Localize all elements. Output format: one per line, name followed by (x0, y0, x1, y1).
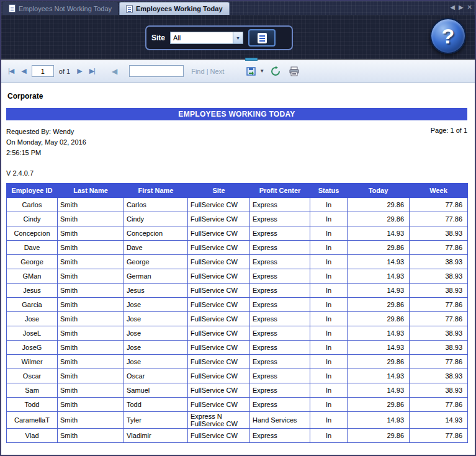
table-cell: 14.93 (348, 341, 410, 355)
report-meta-left: Requested By: Wendy On Monday, May 02, 2… (6, 127, 86, 158)
table-cell: Smith (58, 369, 124, 383)
refresh-icon[interactable] (268, 64, 283, 79)
page-number-input[interactable] (32, 65, 54, 77)
table-row: VladSmithVladimirFullService CWExpressIn… (7, 429, 468, 443)
table-cell: Smith (58, 341, 124, 355)
requested-by-line: Requested By: Wendy (6, 127, 86, 137)
table-cell: Smith (58, 312, 124, 326)
table-cell: FullService CW (188, 298, 250, 312)
help-button[interactable]: ? (430, 18, 466, 54)
table-cell: Express (250, 326, 310, 341)
table-cell: 14.93 (348, 226, 410, 241)
table-column-header: Week (410, 184, 468, 198)
table-cell: Jose (124, 341, 188, 355)
next-link[interactable]: Next (210, 68, 225, 75)
table-cell: Express (250, 226, 310, 241)
back-to-parent-button[interactable]: ◀ (112, 67, 117, 76)
close-icon[interactable]: ✕ (467, 4, 472, 11)
table-cell: German (124, 269, 188, 284)
table-cell: 29.86 (348, 429, 410, 443)
table-cell: In (310, 312, 348, 326)
table-cell: Jose (124, 326, 188, 341)
view-report-button[interactable] (248, 29, 276, 47)
table-cell: In (310, 412, 348, 429)
tab-employees-not-working[interactable]: Employees Not Working Today (2, 2, 118, 15)
find-text-input[interactable] (129, 65, 184, 77)
table-row: SamSmithSamuelFullService CWExpressIn14.… (7, 383, 468, 398)
table-cell: Dave (124, 241, 188, 255)
parameter-band: Site All ▼ ? (1, 15, 475, 60)
export-icon[interactable] (244, 64, 259, 79)
scroll-tabs-right-icon[interactable]: ▶ (459, 4, 464, 11)
table-cell: 38.93 (410, 255, 468, 269)
table-cell: FullService CW (188, 383, 250, 398)
find-link[interactable]: Find (191, 68, 204, 75)
table-row: CindySmithCindyFullService CWExpressIn29… (7, 212, 468, 226)
table-cell: Smith (58, 241, 124, 255)
tab-label: Employees Working Today (136, 5, 223, 12)
table-cell: 14.93 (348, 383, 410, 398)
table-row: GarciaSmithJoseFullService CWExpressIn29… (7, 298, 468, 312)
window-controls: ◀ ▶ ✕ (450, 4, 472, 11)
table-cell: 38.93 (410, 269, 468, 284)
table-column-header: Employee ID (7, 184, 58, 198)
next-page-button[interactable]: ▶ (75, 66, 83, 76)
table-cell: 77.86 (410, 241, 468, 255)
table-cell: 38.93 (410, 341, 468, 355)
table-cell: JoseL (7, 326, 58, 341)
table-cell: Cindy (124, 212, 188, 226)
report-run-icon (258, 33, 267, 43)
site-select[interactable]: All ▼ (170, 32, 243, 44)
export-dropdown-caret-icon[interactable]: ▼ (259, 68, 264, 74)
table-cell: Dave (7, 241, 58, 255)
table-cell: In (310, 383, 348, 398)
table-cell: Jose (124, 312, 188, 326)
report-time-line: 2:56:15 PM (6, 148, 86, 158)
table-row: ConcepcionSmithConcepcionFullService CWE… (7, 226, 468, 241)
table-cell: Carlos (7, 198, 58, 212)
table-cell: 14.93 (348, 326, 410, 341)
last-page-button[interactable]: ▶| (88, 66, 97, 76)
table-cell: Smith (58, 226, 124, 241)
table-column-header: Site (188, 184, 250, 198)
scroll-tabs-left-icon[interactable]: ◀ (450, 4, 455, 11)
report-date-line: On Monday, May 02, 2016 (6, 137, 86, 148)
previous-page-button[interactable]: ◀ (19, 66, 27, 76)
table-cell: In (310, 212, 348, 226)
table-cell: In (310, 269, 348, 284)
print-icon[interactable] (287, 64, 302, 79)
table-cell: In (310, 429, 348, 443)
table-cell: Wilmer (7, 355, 58, 369)
site-panel: Site All ▼ (145, 25, 293, 50)
table-cell: Cindy (7, 212, 58, 226)
page-info: Page: 1 of 1 (431, 127, 467, 158)
table-cell: FullService CW (188, 212, 250, 226)
table-row: ToddSmithToddFullService CWExpressIn29.8… (7, 398, 468, 412)
table-cell: In (310, 255, 348, 269)
table-cell: In (310, 398, 348, 412)
table-cell: FullService CW (188, 284, 250, 298)
tab-employees-working[interactable]: Employees Working Today (119, 2, 230, 15)
table-cell: Express (250, 398, 310, 412)
table-row: CarlosSmithCarlosFullService CWExpressIn… (7, 198, 468, 212)
table-cell: Smith (58, 355, 124, 369)
table-column-header: First Name (124, 184, 188, 198)
table-cell: 29.86 (348, 241, 410, 255)
table-cell: 38.93 (410, 369, 468, 383)
table-cell: Smith (58, 255, 124, 269)
table-cell: 77.86 (410, 312, 468, 326)
table-cell: Smith (58, 269, 124, 284)
table-cell: FullService CW (188, 326, 250, 341)
table-cell: Samuel (124, 383, 188, 398)
table-cell: In (310, 226, 348, 241)
table-cell: Jesus (7, 284, 58, 298)
site-label: Site (151, 34, 165, 42)
table-cell: 14.93 (348, 269, 410, 284)
table-cell: FullService CW (188, 198, 250, 212)
table-cell: Smith (58, 284, 124, 298)
first-page-button[interactable]: |◀ (6, 66, 16, 76)
table-cell: In (310, 341, 348, 355)
table-cell: Express (250, 369, 310, 383)
table-cell: 77.86 (410, 198, 468, 212)
table-cell: 77.86 (410, 355, 468, 369)
